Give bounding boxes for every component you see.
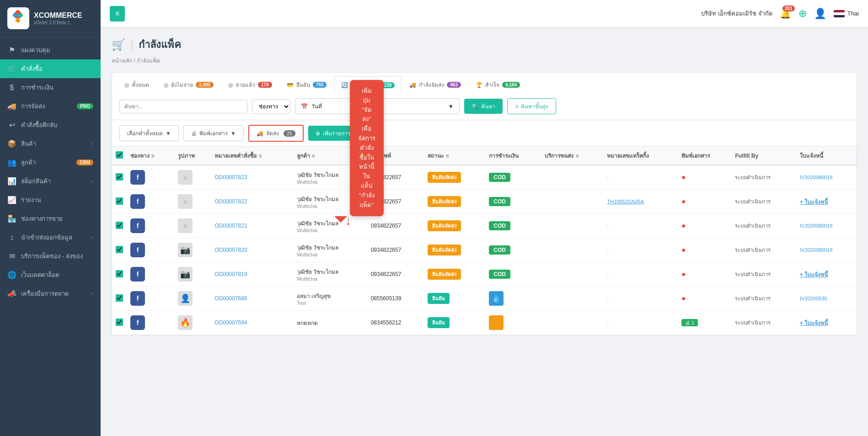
sidebar-item-products[interactable]: 📦 สินค้า › (0, 134, 101, 153)
cod-badge: COD (489, 221, 510, 230)
orders-table: ช่องทาง ⇅ รูปภาพ หมายเลขคำสั่งซื้อ ⇅ (112, 147, 857, 335)
fulfill-by-text: ระบบดำเนินการ (735, 296, 771, 301)
ship-button[interactable]: 🚚 จัดส่ง 25 เพิ่มปุ่ม "จัดส่ง" เพื่อจัดก… (248, 125, 304, 142)
sidebar-item-shipping[interactable]: 🚚 การจัดส่ง PRO (0, 97, 101, 116)
select-all-button[interactable]: เลือกทำทั้งหมด ▼ (119, 125, 179, 141)
tracking-dash: - (607, 271, 609, 277)
order-link[interactable]: OD00007822 (214, 198, 247, 205)
tab-confirmed-icon: 💳 (287, 82, 294, 88)
user-avatar-icon[interactable]: 👤 (814, 8, 826, 20)
add-invoice-link[interactable]: + ใบแจ้งหนี้ (800, 271, 828, 278)
row-tracking: - (603, 287, 678, 311)
search-input[interactable] (119, 100, 247, 113)
print-dot: ● (681, 246, 686, 254)
order-link[interactable]: OD00007823 (214, 174, 247, 181)
payment-icon: 🔆 (489, 315, 504, 330)
row-print: ● (678, 238, 731, 262)
breadcrumb-current: กำลังแพ็ค (137, 58, 160, 64)
flag-icon (834, 10, 845, 17)
date-label: วันที่ (311, 102, 322, 111)
row-status: ยืนยันจัดส่ง (424, 190, 485, 214)
row-channel: f (127, 214, 174, 238)
language-selector[interactable]: Thai (834, 10, 859, 17)
tab-success[interactable]: 🏆 สำเร็จ 6,184 (469, 76, 527, 93)
tracking-dash: - (607, 295, 609, 302)
search-label: ค้นหา (481, 102, 495, 111)
row-tracking: - (603, 238, 678, 262)
breadcrumb-home[interactable]: หน้าหลัก (112, 58, 132, 64)
import-icon: ↕ (7, 234, 16, 242)
table-row: f 👤 OD00007688 อสมา เจริญสุข Test 085560… (112, 287, 857, 311)
tab-all[interactable]: ◎ ทั้งหมด (118, 76, 156, 93)
tab-shipping[interactable]: 🚚 กำลังจัดส่ง 863 (402, 76, 468, 93)
sidebar-item-marketing[interactable]: 📣 เครื่องมือการตลาด › (0, 284, 101, 303)
app-title: XCOMMERCE (34, 11, 82, 20)
select-all-checkbox[interactable] (116, 151, 123, 159)
row-checkbox[interactable] (116, 173, 123, 181)
sidebar-item-webcatalog[interactable]: 🌐 เว็บแคตตาล็อค (0, 266, 101, 284)
row-checkbox[interactable] (116, 294, 123, 302)
facebook-icon: f (130, 315, 145, 330)
row-checkbox-cell (112, 287, 127, 311)
sidebar-item-orders[interactable]: 🛒 คำสั่งซื้อ (0, 59, 101, 78)
marketing-arrow-icon: › (92, 291, 93, 296)
sidebar-item-import[interactable]: ↕ นำเข้า/ส่งออกข้อมูล › (0, 228, 101, 247)
sidebar-item-dashboard[interactable]: ⚑ แผงควบคุม (0, 41, 101, 59)
order-link[interactable]: OD00007820 (214, 247, 247, 253)
status-badge: ยืนยันจัดส่ง (428, 245, 461, 255)
tab-success-badge: 6,184 (502, 82, 520, 88)
invoice-link[interactable]: IV2020080018 (800, 223, 833, 229)
add-invoice-link[interactable]: + ใบแจ้งหนี้ (800, 320, 828, 326)
sidebar-item-customers[interactable]: 👥 ลูกค้า CRM (0, 153, 101, 172)
row-customer: วุฒิชัย วัชระโกมล Wuttichai (293, 262, 367, 287)
sidebar-item-payment[interactable]: $ การชำระเงิน (0, 78, 101, 97)
invoice-link[interactable]: IV20200530 (800, 296, 827, 301)
menu-toggle-button[interactable]: ≡ (110, 6, 125, 21)
filter-bar: ช่องทาง ทั้งหมด 📅 วันที่ ▼ 🔍 ค้นหา ≡ ค้น… (112, 93, 857, 120)
print-dot: ● (681, 270, 686, 278)
row-checkbox[interactable] (116, 246, 123, 253)
sidebar-item-reports[interactable]: 📈 รายงาน (0, 191, 101, 209)
tab-paid[interactable]: ◎ จ่ายแล้ว 170 (221, 76, 279, 93)
advanced-search-button[interactable]: ≡ ค้นหาขั้นสูง (507, 98, 556, 114)
order-link[interactable]: OD00007819 (214, 271, 247, 277)
breadcrumb: หน้าหลัก / กำลังแพ็ค (112, 56, 857, 65)
row-payment: COD (485, 165, 541, 190)
tab-pending[interactable]: ◎ ยังไม่จ่าย 2,495 (157, 76, 220, 93)
print-button[interactable]: 🖨 พิมพ์เอกสาร ▼ (183, 125, 244, 141)
facebook-icon: f (130, 218, 145, 233)
search-button[interactable]: 🔍 ค้นหา (464, 99, 503, 114)
add-invoice-link[interactable]: + ใบแจ้งหนี้ (800, 199, 828, 205)
payment-icon: $ (7, 84, 16, 92)
order-link[interactable]: OD00007821 (214, 223, 247, 229)
sidebar-item-returns[interactable]: ↩ คำสั่งซื้อตีกลับ (0, 116, 101, 134)
channel-select[interactable]: ช่องทาง ทั้งหมด (252, 99, 290, 114)
order-link[interactable]: OD00007688 (214, 295, 247, 302)
row-checkbox[interactable] (116, 197, 123, 205)
cod-badge: COD (489, 270, 510, 279)
invoice-link[interactable]: IV2020080018 (800, 175, 833, 180)
status-badge: ยืนยันจัดส่ง (428, 172, 461, 183)
sidebar-item-packaging[interactable]: ✉ บริการแพ็คของ - ส่งของ (0, 247, 101, 266)
tab-all-icon: ◎ (124, 82, 129, 88)
customer-sub: Test (297, 300, 364, 306)
customer-sub: Wuttichai (297, 228, 364, 233)
tracking-link[interactable]: TH10052GNJ5A (607, 199, 644, 204)
date-dropdown-icon: ▼ (448, 103, 454, 110)
sidebar-label-webcatalog: เว็บแคตตาล็อค (21, 270, 93, 280)
invoice-link[interactable]: IV2020080018 (800, 247, 833, 253)
row-checkbox[interactable] (116, 222, 123, 229)
order-link[interactable]: OD00007594 (214, 319, 247, 326)
row-checkbox[interactable] (116, 270, 123, 277)
table-row: f ⊞ OD00007821 วุฒิชัย วัชระโกมล Wuttich… (112, 214, 857, 238)
row-checkbox[interactable] (116, 319, 123, 326)
sidebar-label-shipping: การจัดส่ง (21, 101, 72, 111)
add-button[interactable]: ⊕ (798, 8, 807, 20)
customer-sub: Wuttichai (297, 276, 364, 282)
row-print: ● (678, 214, 731, 238)
sidebar-label-reports: รายงาน (21, 195, 93, 205)
tab-confirmed[interactable]: 💳 ยืนยัน 793 (280, 76, 334, 93)
sidebar-item-stock[interactable]: 📊 สต็อกสินค้า › (0, 172, 101, 191)
sidebar-item-channels[interactable]: 🏪 ช่องทางการขาย (0, 209, 101, 228)
notification-bell[interactable]: 🔔 281 (780, 8, 791, 19)
